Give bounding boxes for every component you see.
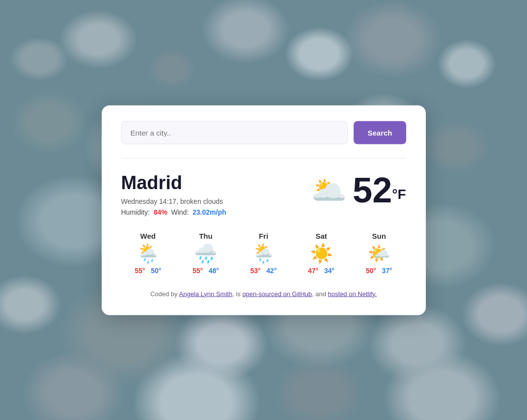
divider [121, 158, 406, 158]
city-name: Madrid [121, 172, 226, 193]
forecast-day-item: Sun 🌤️ 50° 37° [352, 231, 406, 274]
forecast-temps: 55° 48° [193, 266, 219, 274]
weather-card: Search Madrid Wednesday 14:17, broken cl… [102, 105, 426, 315]
date-line: Wednesday 14:17, broken clouds [121, 197, 226, 205]
forecast-low: 37° [382, 266, 392, 274]
city-search-input[interactable] [121, 121, 348, 144]
forecast-icon: 🌦️ [252, 244, 275, 262]
forecast-high: 55° [135, 266, 145, 274]
temperature-section: 🌥️ 52°F [311, 172, 406, 207]
forecast-day-label: Wed [140, 231, 156, 240]
forecast-day-item: Sat ☀️ 47° 34° [294, 231, 348, 274]
footer: Coded by Angela Lynn Smith, is open-sour… [121, 290, 406, 297]
footer-suffix: , and [312, 290, 328, 297]
humidity-value: 84% [154, 208, 167, 216]
author-link[interactable]: Angela Lynn Smith [179, 290, 233, 297]
search-button[interactable]: Search [354, 121, 406, 144]
forecast-day-label: Thu [199, 231, 213, 240]
forecast-low: 50° [151, 266, 161, 274]
forecast-icon: 🌦️ [137, 244, 160, 262]
forecast-day-label: Fri [259, 231, 268, 240]
netlify-link[interactable]: hosted on Netlify. [328, 290, 377, 297]
forecast-icon: ☀️ [310, 244, 333, 262]
forecast-temps: 53° 42° [250, 266, 277, 274]
forecast-day-item: Fri 🌦️ 53° 42° [237, 231, 291, 274]
forecast-temps: 47° 34° [308, 266, 334, 274]
github-link[interactable]: open-sourced on GitHub [242, 290, 312, 297]
current-weather-left: Madrid Wednesday 14:17, broken clouds Hu… [121, 172, 226, 216]
forecast-high: 53° [250, 266, 260, 274]
forecast-icon: 🌤️ [367, 244, 390, 262]
forecast-low: 34° [324, 266, 334, 274]
search-row: Search [121, 121, 406, 144]
footer-prefix: Coded by [150, 290, 179, 297]
wind-value: 23.02m/ph [193, 208, 226, 216]
temperature-value: 52 [353, 170, 392, 209]
temperature-unit: °F [392, 187, 406, 202]
forecast-day-item: Wed 🌦️ 55° 50° [121, 231, 175, 274]
forecast-high: 50° [366, 266, 376, 274]
forecast-day-label: Sat [315, 231, 327, 240]
temperature-display: 52°F [353, 172, 406, 207]
current-weather: Madrid Wednesday 14:17, broken clouds Hu… [121, 172, 406, 216]
current-weather-icon: 🌥️ [311, 175, 347, 204]
forecast-day-label: Sun [372, 231, 386, 240]
forecast-low: 48° [209, 266, 219, 274]
forecast-day-item: Thu 🌧️ 55° 48° [179, 231, 233, 274]
forecast-icon: 🌧️ [194, 244, 217, 262]
forecast-low: 42° [266, 266, 277, 274]
humidity-label: Humidity: [121, 208, 150, 216]
forecast-high: 55° [193, 266, 203, 274]
forecast-temps: 55° 50° [135, 266, 161, 274]
wind-label: Wind: [171, 208, 189, 216]
forecast-temps: 50° 37° [366, 266, 392, 274]
forecast-row: Wed 🌦️ 55° 50° Thu 🌧️ 55° 48° Fri 🌦️ 53°… [121, 231, 406, 274]
forecast-high: 47° [308, 266, 318, 274]
meta-line: Humidity: 84% Wind: 23.02m/ph [121, 208, 226, 216]
footer-middle: , is [232, 290, 242, 297]
